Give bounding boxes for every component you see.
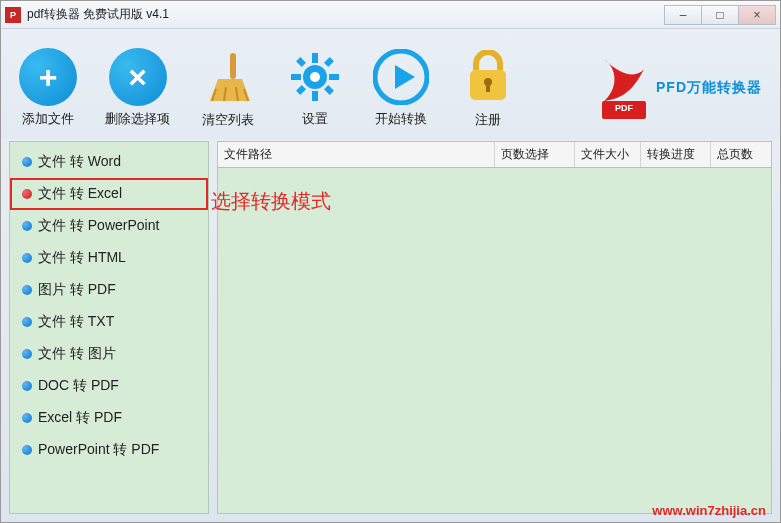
- svg-rect-10: [296, 57, 306, 67]
- sidebar-item-label: 图片 转 PDF: [38, 281, 116, 299]
- sidebar-item[interactable]: 文件 转 Excel: [10, 178, 208, 210]
- window-title: pdf转换器 免费试用版 v4.1: [27, 6, 169, 23]
- app-icon: P: [5, 7, 21, 23]
- sidebar-item[interactable]: 文件 转 Word: [10, 146, 208, 178]
- sidebar-item-label: DOC 转 PDF: [38, 377, 119, 395]
- toolbar-label: 添加文件: [22, 110, 74, 128]
- delete-selected-button[interactable]: × 删除选择项: [105, 48, 170, 128]
- bullet-icon: [22, 285, 32, 295]
- bullet-icon: [22, 221, 32, 231]
- broom-icon: [198, 47, 258, 107]
- window-controls: – □ ×: [665, 5, 776, 25]
- toolbar: + 添加文件 × 删除选择项 清空列表: [1, 29, 780, 139]
- sidebar-item[interactable]: 文件 转 PowerPoint: [10, 210, 208, 242]
- svg-rect-11: [324, 85, 334, 95]
- svg-rect-13: [296, 85, 306, 95]
- gear-icon: [286, 48, 344, 106]
- x-icon: ×: [109, 48, 167, 106]
- toolbar-label: 设置: [302, 110, 328, 128]
- col-file-size[interactable]: 文件大小: [575, 142, 641, 167]
- brand-text: PFD万能转换器: [656, 79, 762, 97]
- bullet-icon: [22, 349, 32, 359]
- sidebar-item[interactable]: 图片 转 PDF: [10, 274, 208, 306]
- svg-text:PDF: PDF: [615, 103, 634, 113]
- svg-rect-8: [291, 74, 301, 80]
- svg-rect-7: [312, 91, 318, 101]
- sidebar-item-label: 文件 转 Word: [38, 153, 121, 171]
- file-table: 文件路径 页数选择 文件大小 转换进度 总页数: [217, 141, 772, 514]
- col-progress[interactable]: 转换进度: [641, 142, 711, 167]
- lock-icon: [458, 47, 518, 107]
- sidebar-item[interactable]: DOC 转 PDF: [10, 370, 208, 402]
- register-button[interactable]: 注册: [458, 47, 518, 129]
- bullet-icon: [22, 445, 32, 455]
- bullet-icon: [22, 413, 32, 423]
- maximize-button[interactable]: □: [701, 5, 739, 25]
- toolbar-label: 清空列表: [202, 111, 254, 129]
- svg-marker-16: [395, 65, 415, 89]
- svg-rect-0: [230, 53, 236, 79]
- close-button[interactable]: ×: [738, 5, 776, 25]
- svg-rect-12: [324, 57, 334, 67]
- minimize-button[interactable]: –: [664, 5, 702, 25]
- svg-rect-19: [486, 84, 490, 92]
- svg-point-14: [310, 72, 320, 82]
- sidebar-item-label: Excel 转 PDF: [38, 409, 122, 427]
- sidebar-item-label: 文件 转 图片: [38, 345, 116, 363]
- brand-area: PDF PFD万能转换器: [596, 55, 762, 121]
- play-icon: [372, 48, 430, 106]
- table-header: 文件路径 页数选择 文件大小 转换进度 总页数: [218, 142, 771, 168]
- sidebar-item[interactable]: PowerPoint 转 PDF: [10, 434, 208, 466]
- sidebar-item[interactable]: Excel 转 PDF: [10, 402, 208, 434]
- bullet-icon: [22, 381, 32, 391]
- sidebar-item[interactable]: 文件 转 图片: [10, 338, 208, 370]
- plus-icon: +: [19, 48, 77, 106]
- pdf-logo-icon: PDF: [596, 55, 652, 121]
- bullet-icon: [22, 189, 32, 199]
- svg-rect-6: [312, 53, 318, 63]
- toolbar-label: 开始转换: [375, 110, 427, 128]
- add-file-button[interactable]: + 添加文件: [19, 48, 77, 128]
- col-page-select[interactable]: 页数选择: [495, 142, 575, 167]
- sidebar-item-label: 文件 转 TXT: [38, 313, 114, 331]
- clear-list-button[interactable]: 清空列表: [198, 47, 258, 129]
- sidebar-item[interactable]: 文件 转 TXT: [10, 306, 208, 338]
- col-file-path[interactable]: 文件路径: [218, 142, 495, 167]
- content-area: 文件 转 Word文件 转 Excel文件 转 PowerPoint文件 转 H…: [9, 141, 772, 514]
- bullet-icon: [22, 157, 32, 167]
- col-total-pages[interactable]: 总页数: [711, 142, 771, 167]
- bullet-icon: [22, 253, 32, 263]
- conversion-mode-sidebar: 文件 转 Word文件 转 Excel文件 转 PowerPoint文件 转 H…: [9, 141, 209, 514]
- toolbar-label: 删除选择项: [105, 110, 170, 128]
- sidebar-item[interactable]: 文件 转 HTML: [10, 242, 208, 274]
- app-window: P pdf转换器 免费试用版 v4.1 – □ × + 添加文件 × 删除选择项: [0, 0, 781, 523]
- sidebar-item-label: PowerPoint 转 PDF: [38, 441, 159, 459]
- start-convert-button[interactable]: 开始转换: [372, 48, 430, 128]
- svg-rect-9: [329, 74, 339, 80]
- titlebar: P pdf转换器 免费试用版 v4.1 – □ ×: [1, 1, 780, 29]
- table-body: [218, 168, 771, 513]
- bullet-icon: [22, 317, 32, 327]
- toolbar-label: 注册: [475, 111, 501, 129]
- sidebar-item-label: 文件 转 PowerPoint: [38, 217, 159, 235]
- settings-button[interactable]: 设置: [286, 48, 344, 128]
- sidebar-item-label: 文件 转 HTML: [38, 249, 126, 267]
- sidebar-item-label: 文件 转 Excel: [38, 185, 122, 203]
